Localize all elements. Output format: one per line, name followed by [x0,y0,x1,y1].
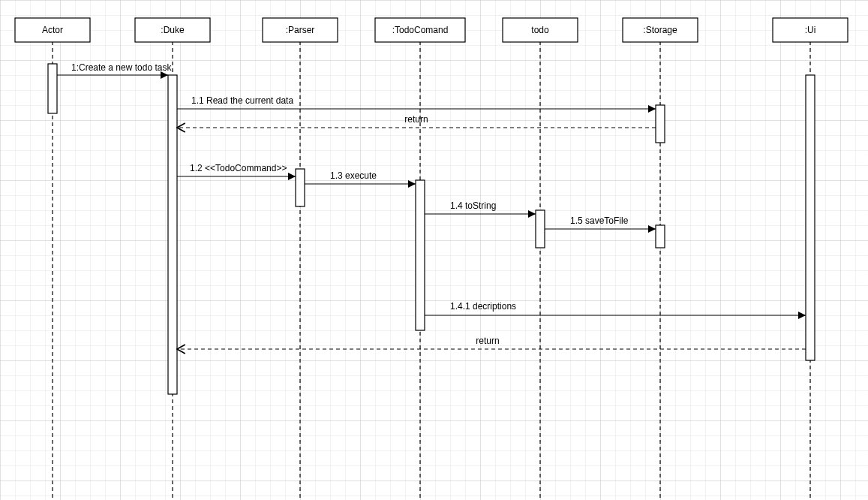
participant-label: :TodoComand [392,25,449,35]
activation-parser [296,169,305,206]
participant-label: :Ui [805,25,816,35]
participant-label: Actor [42,25,63,35]
activation-todocmd [416,180,425,330]
activation-storage2 [656,225,665,248]
msg-label: 1.2 <<TodoCommand>> [190,163,287,173]
activation-duke [168,75,177,394]
msg-label: return [404,114,428,125]
participant-ui: :Ui [773,18,848,42]
participant-todo: todo [503,18,578,42]
msg-label: 1:Create a new todo task [71,62,172,73]
msg-label: 1.4.1 decriptions [450,301,516,312]
participant-label: :Duke [161,25,185,35]
participant-label: :Parser [286,25,315,35]
msg-label: 1.3 execute [330,170,377,181]
activation-todo [536,210,545,248]
participant-label: :Storage [643,25,677,35]
participant-todocmd: :TodoComand [375,18,465,42]
msg-label: return [476,336,499,346]
activation-actor [48,64,57,113]
sequence-diagram: Actor :Duke :Parser :TodoComand todo :St… [0,0,868,500]
msg-label: 1.1 Read the current data [191,95,293,106]
msg-label: 1.5 saveToFile [570,215,629,226]
participant-storage: :Storage [623,18,698,42]
participant-duke: :Duke [135,18,210,42]
participant-actor: Actor [15,18,90,42]
participant-parser: :Parser [263,18,338,42]
participant-label: todo [531,25,549,35]
activation-ui [806,75,815,360]
msg-label: 1.4 toString [450,200,496,211]
activation-storage1 [656,105,665,143]
